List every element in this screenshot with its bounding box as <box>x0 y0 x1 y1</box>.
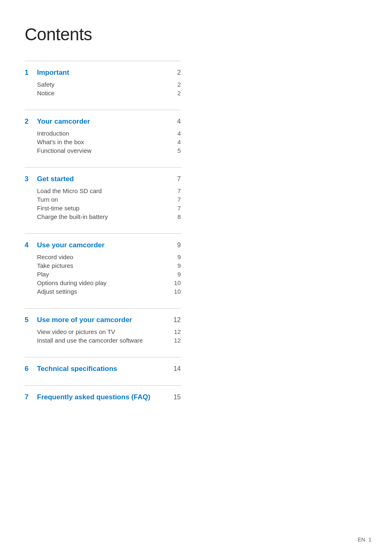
section-page-5: 12 <box>173 316 181 324</box>
list-item: View video or pictures on TV12 <box>37 327 181 336</box>
list-item: Introduction4 <box>37 129 181 138</box>
subsection-page: 7 <box>178 205 181 212</box>
list-item: Functional overview5 <box>37 146 181 155</box>
section-number-4: 4 <box>25 241 32 249</box>
subsection-title: What's in the box <box>37 138 84 145</box>
toc-section-4: 4Use your camcorder9Record video9Take pi… <box>25 233 181 296</box>
toc-section-3: 3Get started7Load the Micro SD card7Turn… <box>25 167 181 221</box>
section-title-6: Technical specifications <box>37 365 117 373</box>
subsection-page: 12 <box>174 337 181 344</box>
subsection-page: 7 <box>178 196 181 203</box>
toc-section-2: 2Your camcorder4Introduction4What's in t… <box>25 110 181 155</box>
subsection-list-4: Record video9Take pictures9Play9Options … <box>37 253 181 296</box>
section-header-6: 6Technical specifications14 <box>25 365 181 373</box>
page-container: Contents 1Important2Safety2Notice22Your … <box>0 0 214 438</box>
subsection-title: Adjust settings <box>37 288 77 295</box>
toc-sections: 1Important2Safety2Notice22Your camcorder… <box>25 61 181 401</box>
subsection-page: 10 <box>174 279 181 286</box>
subsection-title: Notice <box>37 90 55 97</box>
section-title-1: Important <box>37 69 69 77</box>
section-page-7: 15 <box>173 394 181 401</box>
list-item: Options during video play10 <box>37 279 181 287</box>
toc-section-6: 6Technical specifications14 <box>25 357 181 373</box>
subsection-list-1: Safety2Notice2 <box>37 80 181 97</box>
section-page-6: 14 <box>173 365 181 373</box>
list-item: Adjust settings10 <box>37 287 181 296</box>
subsection-page: 10 <box>174 288 181 295</box>
list-item: Record video9 <box>37 253 181 261</box>
list-item: Notice2 <box>37 89 181 97</box>
subsection-title: Safety <box>37 81 55 88</box>
subsection-page: 9 <box>178 262 181 269</box>
section-number-2: 2 <box>25 117 32 126</box>
section-number-5: 5 <box>25 316 32 324</box>
subsection-title: Take pictures <box>37 262 73 269</box>
section-header-4: 4Use your camcorder9 <box>25 241 181 249</box>
subsection-title: First-time setup <box>37 205 79 212</box>
toc-section-5: 5Use more of your camcorder12View video … <box>25 308 181 345</box>
list-item: Turn on7 <box>37 195 181 204</box>
section-header-3: 3Get started7 <box>25 175 181 183</box>
section-number-6: 6 <box>25 365 32 373</box>
subsection-page: 12 <box>174 328 181 335</box>
section-title-7: Frequently asked questions (FAQ) <box>37 393 150 401</box>
list-item: Load the Micro SD card7 <box>37 187 181 195</box>
section-title-5: Use more of your camcorder <box>37 316 132 324</box>
page-title: Contents <box>25 25 181 44</box>
subsection-page: 4 <box>178 130 181 137</box>
section-page-1: 2 <box>177 69 181 76</box>
subsection-title: Install and use the camcorder software <box>37 337 143 344</box>
section-header-7: 7Frequently asked questions (FAQ)15 <box>25 393 181 401</box>
section-number-3: 3 <box>25 175 32 183</box>
section-header-5: 5Use more of your camcorder12 <box>25 316 181 324</box>
list-item: Install and use the camcorder software12 <box>37 336 181 345</box>
list-item: Safety2 <box>37 80 181 89</box>
toc-section-7: 7Frequently asked questions (FAQ)15 <box>25 385 181 401</box>
subsection-title: Introduction <box>37 130 69 137</box>
subsection-page: 7 <box>178 187 181 194</box>
section-number-1: 1 <box>25 69 32 77</box>
list-item: Play9 <box>37 270 181 279</box>
subsection-title: Turn on <box>37 196 58 203</box>
section-title-3: Get started <box>37 175 74 183</box>
section-title-4: Use your camcorder <box>37 241 104 249</box>
section-page-4: 9 <box>177 242 181 249</box>
section-page-2: 4 <box>177 118 181 125</box>
subsection-page: 9 <box>178 271 181 278</box>
subsection-list-2: Introduction4What's in the box4Functiona… <box>37 129 181 155</box>
list-item: What's in the box4 <box>37 138 181 146</box>
footer: EN 1 <box>358 537 371 543</box>
subsection-page: 8 <box>178 213 181 220</box>
footer-lang: EN <box>358 537 365 543</box>
subsection-page: 2 <box>178 90 181 97</box>
subsection-title: Functional overview <box>37 147 92 154</box>
subsection-page: 9 <box>178 253 181 260</box>
section-number-7: 7 <box>25 393 32 401</box>
subsection-list-5: View video or pictures on TV12Install an… <box>37 327 181 345</box>
section-page-3: 7 <box>177 175 181 183</box>
list-item: Charge the built-in battery8 <box>37 212 181 221</box>
subsection-page: 5 <box>178 147 181 154</box>
list-item: Take pictures9 <box>37 261 181 270</box>
section-header-1: 1Important2 <box>25 69 181 77</box>
section-header-2: 2Your camcorder4 <box>25 117 181 126</box>
subsection-page: 2 <box>178 81 181 88</box>
subsection-title: Charge the built-in battery <box>37 213 108 220</box>
subsection-list-3: Load the Micro SD card7Turn on7First-tim… <box>37 187 181 221</box>
footer-page: 1 <box>369 537 371 543</box>
subsection-title: Load the Micro SD card <box>37 187 102 194</box>
subsection-title: View video or pictures on TV <box>37 328 115 335</box>
subsection-page: 4 <box>178 138 181 145</box>
list-item: First-time setup7 <box>37 204 181 212</box>
toc-section-1: 1Important2Safety2Notice2 <box>25 61 181 97</box>
section-title-2: Your camcorder <box>37 117 90 126</box>
subsection-title: Play <box>37 271 49 278</box>
subsection-title: Options during video play <box>37 279 106 286</box>
subsection-title: Record video <box>37 253 73 260</box>
